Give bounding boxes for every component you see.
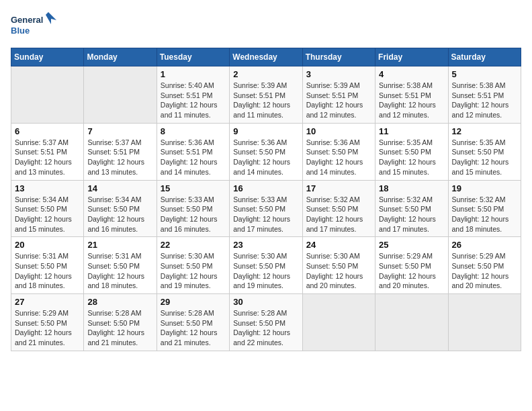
day-number: 1 <box>161 69 226 79</box>
day-info: Sunrise: 5:28 AM Sunset: 5:50 PM Dayligh… <box>87 308 152 348</box>
calendar-cell: 25Sunrise: 5:29 AM Sunset: 5:50 PM Dayli… <box>375 237 448 294</box>
day-info: Sunrise: 5:33 AM Sunset: 5:50 PM Dayligh… <box>233 195 298 234</box>
day-info: Sunrise: 5:28 AM Sunset: 5:50 PM Dayligh… <box>233 308 298 348</box>
day-info: Sunrise: 5:32 AM Sunset: 5:50 PM Dayligh… <box>306 195 371 234</box>
day-info: Sunrise: 5:35 AM Sunset: 5:50 PM Dayligh… <box>379 138 444 177</box>
day-header-tuesday: Tuesday <box>157 48 229 66</box>
calendar-cell: 24Sunrise: 5:30 AM Sunset: 5:50 PM Dayli… <box>302 237 375 294</box>
day-number: 7 <box>87 126 152 136</box>
day-number: 3 <box>306 69 371 79</box>
calendar-cell: 17Sunrise: 5:32 AM Sunset: 5:50 PM Dayli… <box>302 180 375 237</box>
day-number: 24 <box>306 240 371 250</box>
day-info: Sunrise: 5:36 AM Sunset: 5:50 PM Dayligh… <box>233 138 298 177</box>
day-number: 21 <box>87 240 152 250</box>
svg-text:Blue: Blue <box>11 26 30 36</box>
calendar-cell: 14Sunrise: 5:34 AM Sunset: 5:50 PM Dayli… <box>84 180 157 237</box>
svg-text:General: General <box>11 15 43 25</box>
day-number: 14 <box>87 183 152 193</box>
day-info: Sunrise: 5:30 AM Sunset: 5:50 PM Dayligh… <box>161 251 226 291</box>
calendar-cell: 13Sunrise: 5:34 AM Sunset: 5:50 PM Dayli… <box>11 180 84 237</box>
calendar-cell: 21Sunrise: 5:31 AM Sunset: 5:50 PM Dayli… <box>84 237 157 294</box>
calendar-cell: 5Sunrise: 5:38 AM Sunset: 5:51 PM Daylig… <box>448 66 521 124</box>
calendar-cell: 2Sunrise: 5:39 AM Sunset: 5:51 PM Daylig… <box>230 66 302 124</box>
week-row: 6Sunrise: 5:37 AM Sunset: 5:51 PM Daylig… <box>11 123 521 180</box>
week-row: 13Sunrise: 5:34 AM Sunset: 5:50 PM Dayli… <box>11 180 521 237</box>
day-info: Sunrise: 5:35 AM Sunset: 5:50 PM Dayligh… <box>452 138 517 177</box>
calendar-cell <box>302 294 375 351</box>
day-header-monday: Monday <box>84 48 157 66</box>
logo: General Blue <box>11 11 58 41</box>
day-info: Sunrise: 5:40 AM Sunset: 5:51 PM Dayligh… <box>161 81 226 120</box>
day-info: Sunrise: 5:32 AM Sunset: 5:50 PM Dayligh… <box>379 195 444 234</box>
day-info: Sunrise: 5:31 AM Sunset: 5:50 PM Dayligh… <box>15 251 80 291</box>
week-row: 20Sunrise: 5:31 AM Sunset: 5:50 PM Dayli… <box>11 237 521 294</box>
day-number: 20 <box>15 240 80 250</box>
calendar-cell: 23Sunrise: 5:30 AM Sunset: 5:50 PM Dayli… <box>230 237 302 294</box>
day-number: 29 <box>161 297 226 307</box>
week-row: 1Sunrise: 5:40 AM Sunset: 5:51 PM Daylig… <box>11 66 521 124</box>
calendar-cell: 20Sunrise: 5:31 AM Sunset: 5:50 PM Dayli… <box>11 237 84 294</box>
day-number: 10 <box>306 126 371 136</box>
day-number: 27 <box>15 297 80 307</box>
day-info: Sunrise: 5:36 AM Sunset: 5:50 PM Dayligh… <box>306 138 371 177</box>
day-number: 23 <box>233 240 298 250</box>
calendar-cell: 18Sunrise: 5:32 AM Sunset: 5:50 PM Dayli… <box>375 180 448 237</box>
day-number: 12 <box>452 126 517 136</box>
calendar-cell <box>11 66 84 124</box>
calendar-cell: 4Sunrise: 5:38 AM Sunset: 5:51 PM Daylig… <box>375 66 448 124</box>
day-number: 30 <box>233 297 298 307</box>
day-number: 25 <box>379 240 444 250</box>
calendar-cell <box>84 66 157 124</box>
calendar-cell: 7Sunrise: 5:37 AM Sunset: 5:51 PM Daylig… <box>84 123 157 180</box>
day-number: 16 <box>233 183 298 193</box>
day-number: 6 <box>15 126 80 136</box>
day-number: 8 <box>161 126 226 136</box>
day-header-sunday: Sunday <box>11 48 84 66</box>
day-info: Sunrise: 5:29 AM Sunset: 5:50 PM Dayligh… <box>379 251 444 291</box>
calendar-cell <box>375 294 448 351</box>
calendar-cell: 12Sunrise: 5:35 AM Sunset: 5:50 PM Dayli… <box>448 123 521 180</box>
calendar-cell: 6Sunrise: 5:37 AM Sunset: 5:51 PM Daylig… <box>11 123 84 180</box>
calendar-cell <box>448 294 521 351</box>
calendar-cell: 10Sunrise: 5:36 AM Sunset: 5:50 PM Dayli… <box>302 123 375 180</box>
day-number: 5 <box>452 69 517 79</box>
calendar-cell: 22Sunrise: 5:30 AM Sunset: 5:50 PM Dayli… <box>157 237 229 294</box>
day-info: Sunrise: 5:38 AM Sunset: 5:51 PM Dayligh… <box>379 81 444 120</box>
calendar-cell: 16Sunrise: 5:33 AM Sunset: 5:50 PM Dayli… <box>230 180 302 237</box>
day-info: Sunrise: 5:34 AM Sunset: 5:50 PM Dayligh… <box>87 195 152 234</box>
day-header-wednesday: Wednesday <box>230 48 302 66</box>
calendar-cell: 29Sunrise: 5:28 AM Sunset: 5:50 PM Dayli… <box>157 294 229 351</box>
day-header-thursday: Thursday <box>302 48 375 66</box>
day-info: Sunrise: 5:37 AM Sunset: 5:51 PM Dayligh… <box>87 138 152 177</box>
calendar-table: SundayMondayTuesdayWednesdayThursdayFrid… <box>11 48 521 351</box>
day-info: Sunrise: 5:32 AM Sunset: 5:50 PM Dayligh… <box>452 195 517 234</box>
day-number: 9 <box>233 126 298 136</box>
calendar-cell: 15Sunrise: 5:33 AM Sunset: 5:50 PM Dayli… <box>157 180 229 237</box>
day-info: Sunrise: 5:31 AM Sunset: 5:50 PM Dayligh… <box>87 251 152 291</box>
days-header-row: SundayMondayTuesdayWednesdayThursdayFrid… <box>11 48 521 66</box>
day-info: Sunrise: 5:28 AM Sunset: 5:50 PM Dayligh… <box>161 308 226 348</box>
day-info: Sunrise: 5:36 AM Sunset: 5:51 PM Dayligh… <box>161 138 226 177</box>
day-info: Sunrise: 5:39 AM Sunset: 5:51 PM Dayligh… <box>233 81 298 120</box>
day-number: 19 <box>452 183 517 193</box>
calendar-cell: 11Sunrise: 5:35 AM Sunset: 5:50 PM Dayli… <box>375 123 448 180</box>
svg-marker-2 <box>46 12 56 24</box>
day-info: Sunrise: 5:30 AM Sunset: 5:50 PM Dayligh… <box>306 251 371 291</box>
day-number: 13 <box>15 183 80 193</box>
day-number: 28 <box>87 297 152 307</box>
week-row: 27Sunrise: 5:29 AM Sunset: 5:50 PM Dayli… <box>11 294 521 351</box>
day-info: Sunrise: 5:37 AM Sunset: 5:51 PM Dayligh… <box>15 138 80 177</box>
day-info: Sunrise: 5:29 AM Sunset: 5:50 PM Dayligh… <box>452 251 517 291</box>
day-header-friday: Friday <box>375 48 448 66</box>
day-header-saturday: Saturday <box>448 48 521 66</box>
day-number: 26 <box>452 240 517 250</box>
calendar-cell: 1Sunrise: 5:40 AM Sunset: 5:51 PM Daylig… <box>157 66 229 124</box>
calendar-cell: 27Sunrise: 5:29 AM Sunset: 5:50 PM Dayli… <box>11 294 84 351</box>
day-info: Sunrise: 5:39 AM Sunset: 5:51 PM Dayligh… <box>306 81 371 120</box>
calendar-cell: 28Sunrise: 5:28 AM Sunset: 5:50 PM Dayli… <box>84 294 157 351</box>
day-info: Sunrise: 5:34 AM Sunset: 5:50 PM Dayligh… <box>15 195 80 234</box>
day-info: Sunrise: 5:29 AM Sunset: 5:50 PM Dayligh… <box>15 308 80 348</box>
day-info: Sunrise: 5:38 AM Sunset: 5:51 PM Dayligh… <box>452 81 517 120</box>
day-number: 17 <box>306 183 371 193</box>
day-number: 11 <box>379 126 444 136</box>
